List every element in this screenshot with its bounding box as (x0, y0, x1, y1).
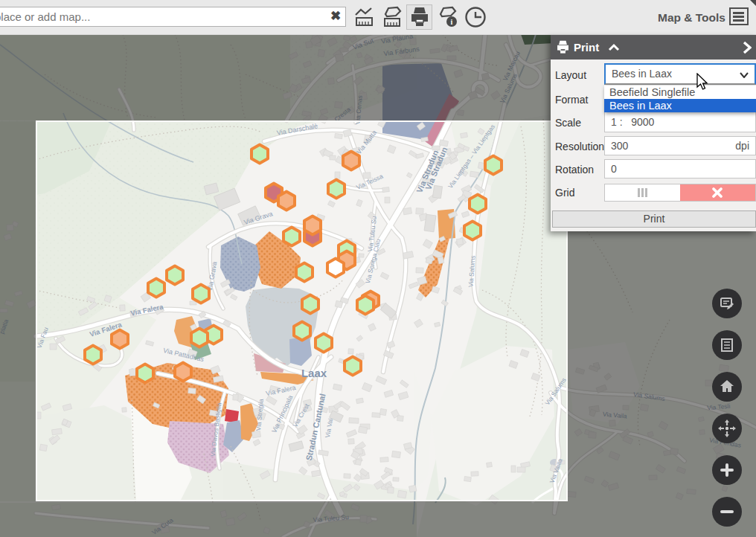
svg-text:i: i (451, 18, 453, 26)
